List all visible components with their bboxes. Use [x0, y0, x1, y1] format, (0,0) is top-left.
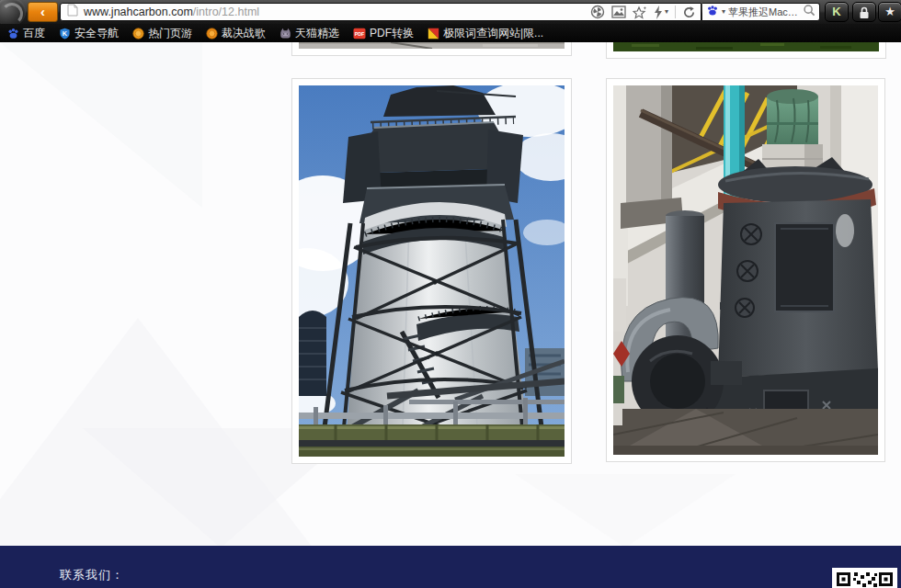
lock-button[interactable]: [852, 2, 876, 22]
address-bar-actions: ▾: [590, 5, 701, 19]
fan-blocker-icon[interactable]: [590, 5, 605, 19]
mill-machine: [701, 166, 878, 451]
back-button[interactable]: ‹: [28, 2, 58, 22]
lock-icon: [859, 6, 870, 19]
bookmark-tmall[interactable]: 天猫精选: [279, 26, 339, 41]
bookmark-safe-nav[interactable]: K 安全导航: [59, 26, 119, 41]
photo-green-grass: [613, 42, 879, 51]
bookmark-limit-words[interactable]: 极限词查询网站|限...: [428, 26, 543, 41]
diagonal-flag-icon: [428, 28, 439, 40]
browser-window: ‹ www.jnahcarbon.com/intro/12.html ▾: [0, 0, 901, 588]
bookmark-pdf-convert[interactable]: PDF PDF转换: [353, 26, 414, 41]
url-host: www.jnahcarbon.com: [84, 6, 193, 18]
bookmark-game-verdict[interactable]: 裁决战歌: [206, 26, 266, 41]
search-engine-chevron-icon[interactable]: ▾: [722, 8, 725, 16]
photo-frame-mill: [606, 78, 885, 462]
url-text: www.jnahcarbon.com/intro/12.html: [84, 6, 259, 18]
shield-icon: K: [59, 28, 71, 40]
photo-absorption-tower: [299, 85, 565, 457]
extension-lightning-icon[interactable]: ▾: [654, 6, 668, 19]
browser-toolbar: ‹ www.jnahcarbon.com/intro/12.html ▾: [0, 0, 901, 24]
background-polygon: [0, 42, 202, 208]
browser-menu-orb[interactable]: [0, 0, 26, 27]
page-footer: 联系我们：: [0, 546, 901, 588]
bookmark-baidu[interactable]: 百度: [7, 26, 45, 41]
refresh-icon[interactable]: [682, 6, 696, 19]
baidu-paw-icon: [7, 28, 19, 40]
photo-mill-machine: [613, 85, 878, 455]
url-path: /intro/12.html: [193, 6, 259, 18]
baidu-paw-icon: [706, 4, 719, 20]
webpage-viewport: [0, 42, 901, 546]
bookmark-star-button[interactable]: ★: [878, 2, 901, 22]
floor: [613, 409, 878, 455]
coin-icon: [132, 28, 144, 40]
page-icon: [67, 4, 78, 20]
qr-code: [832, 568, 897, 588]
tmall-cat-icon: [279, 28, 291, 40]
photo-frame-grass-partial: [606, 42, 886, 59]
bookmarks-bar: 百度 K 安全导航 热门页游 裁决战歌 天猫精选 PDF PDF转换 极限词查询…: [0, 24, 901, 42]
pdf-icon: PDF: [353, 28, 366, 40]
photo-frame-concrete-partial: [291, 42, 572, 56]
toolbar-divider: [675, 6, 676, 18]
search-input[interactable]: ▾ 苹果推迟MacBook...: [702, 3, 820, 21]
coin-icon: [206, 28, 218, 40]
photo-concrete-ground: [299, 42, 565, 49]
favorite-star-icon[interactable]: [633, 6, 647, 19]
image-mode-icon[interactable]: [611, 6, 626, 18]
tarp-wrapped-cylinder: [767, 89, 818, 144]
background-polygon: [515, 474, 736, 546]
search-magnifier-icon[interactable]: [803, 4, 815, 20]
chevron-down-icon: ▾: [665, 8, 668, 16]
orb-swirl-icon: [1, 3, 23, 25]
photo-frame-tower: [291, 78, 572, 464]
contact-us-label: 联系我们：: [60, 567, 124, 583]
bookmark-hot-games[interactable]: 热门页游: [132, 26, 192, 41]
svg-text:PDF: PDF: [355, 30, 365, 36]
left-silo: [299, 311, 326, 396]
k-extension-button[interactable]: K: [825, 2, 849, 22]
address-bar[interactable]: www.jnahcarbon.com/intro/12.html ▾: [60, 3, 701, 21]
svg-text:K: K: [63, 28, 68, 37]
search-placeholder-text: 苹果推迟MacBook...: [728, 6, 803, 19]
